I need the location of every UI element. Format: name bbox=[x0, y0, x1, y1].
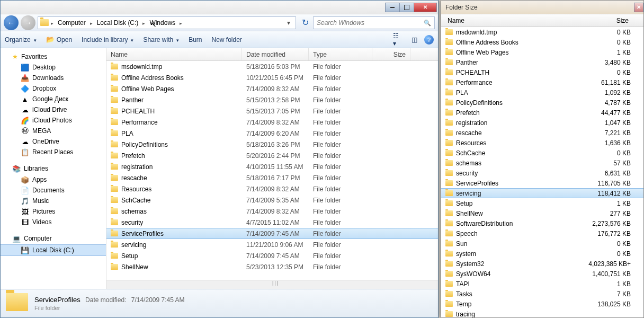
file-row[interactable]: Performance7/14/2009 8:32 AMFile folder bbox=[106, 117, 438, 128]
libraries-item[interactable]: 🎞Videos bbox=[1, 217, 106, 227]
folder-size-row[interactable]: Prefetch44,477 KB bbox=[441, 108, 643, 118]
file-row[interactable]: servicing11/21/2010 9:06 AMFile folder bbox=[106, 239, 438, 250]
file-row[interactable]: SchCache7/14/2009 5:35 AMFile folder bbox=[106, 195, 438, 206]
folder-size-row[interactable]: SoftwareDistribution2,273,576 KB bbox=[441, 218, 643, 228]
libraries-item[interactable]: 📦Apps bbox=[1, 174, 106, 185]
search-icon[interactable] bbox=[424, 19, 431, 26]
column-name[interactable]: Name bbox=[106, 48, 242, 60]
file-row[interactable]: PolicyDefinitions5/18/2016 3:26 PMFile f… bbox=[106, 139, 438, 150]
breadcrumb[interactable]: Computer Local Disk (C:) Windows ▾ bbox=[38, 16, 296, 29]
file-row[interactable]: Prefetch5/20/2016 2:44 PMFile folder bbox=[106, 150, 438, 161]
folder-size-row[interactable]: Speech176,772 KB bbox=[441, 228, 643, 238]
favorites-item[interactable]: ☁iCloud Drive bbox=[1, 104, 106, 115]
folder-size-row[interactable]: System324,023,385 KB+ bbox=[441, 259, 643, 269]
close-button[interactable] bbox=[634, 3, 643, 12]
file-row[interactable]: ServiceProfiles7/14/2009 7:45 AMFile fol… bbox=[106, 228, 438, 239]
titlebar[interactable] bbox=[1, 1, 438, 14]
file-row[interactable]: Offline Address Books10/21/2015 6:45 PMF… bbox=[106, 72, 438, 83]
folder-size-row[interactable]: Sun0 KB bbox=[441, 238, 643, 249]
navigation-pane[interactable]: Favorites 🟦Desktop📥Downloads🔷Dropbox▲Goo… bbox=[1, 48, 106, 289]
burn-button[interactable]: Burn bbox=[189, 36, 202, 43]
breadcrumb-dropdown[interactable]: ▾ bbox=[284, 19, 293, 26]
folder-size-row[interactable]: TAPI1 KB bbox=[441, 279, 643, 289]
folder-size-row[interactable]: servicing118,412 KB bbox=[441, 188, 643, 198]
favorites-item[interactable]: 🔷Dropbox bbox=[1, 83, 106, 94]
chevron-right-icon[interactable] bbox=[89, 19, 94, 26]
favorites-item[interactable]: ▲Google Диск bbox=[1, 94, 106, 104]
folder-size-row[interactable]: system0 KB bbox=[441, 249, 643, 259]
file-row[interactable]: Offline Web Pages7/14/2009 8:32 AMFile f… bbox=[106, 83, 438, 94]
libraries-item[interactable]: 🖼Pictures bbox=[1, 206, 106, 217]
horizontal-scrollbar[interactable] bbox=[106, 280, 438, 289]
computer-header[interactable]: Computer bbox=[1, 233, 106, 244]
favorites-item[interactable]: 🌈iCloud Photos bbox=[1, 115, 106, 126]
maximize-button[interactable] bbox=[399, 3, 414, 12]
file-row[interactable]: msdownld.tmp5/18/2016 5:03 PMFile folder bbox=[106, 61, 438, 72]
libraries-header[interactable]: Libraries bbox=[1, 163, 106, 174]
file-list[interactable]: msdownld.tmp5/18/2016 5:03 PMFile folder… bbox=[106, 61, 438, 280]
breadcrumb-computer[interactable]: Computer bbox=[56, 19, 88, 26]
libraries-item[interactable]: 🎵Music bbox=[1, 196, 106, 206]
folder-size-row[interactable]: rescache7,221 KB bbox=[441, 128, 643, 138]
favorites-item[interactable]: ☁OneDrive bbox=[1, 136, 106, 147]
include-library-menu[interactable]: Include in library bbox=[82, 36, 133, 43]
back-button[interactable] bbox=[4, 15, 19, 30]
file-row[interactable]: ShellNew5/23/2013 12:35 PMFile folder bbox=[106, 261, 438, 272]
folder-size-row[interactable]: SchCache0 KB bbox=[441, 148, 643, 158]
folder-size-row[interactable]: Offline Web Pages1 KB bbox=[441, 47, 643, 57]
favorites-item[interactable]: 📋Recent Places bbox=[1, 147, 106, 157]
share-menu[interactable]: Share with bbox=[143, 36, 179, 43]
column-name[interactable]: Name bbox=[443, 17, 578, 24]
file-row[interactable]: registration4/10/2015 11:55 AMFile folde… bbox=[106, 161, 438, 172]
folder-size-row[interactable]: SysWOW641,400,751 KB bbox=[441, 269, 643, 279]
folder-size-row[interactable]: security6,631 KB bbox=[441, 168, 643, 178]
file-row[interactable]: schemas7/14/2009 8:32 AMFile folder bbox=[106, 206, 438, 217]
file-row[interactable]: Panther5/15/2013 2:58 PMFile folder bbox=[106, 94, 438, 105]
file-row[interactable]: rescache5/18/2016 7:17 PMFile folder bbox=[106, 172, 438, 183]
folder-size-row[interactable]: schemas57 KB bbox=[441, 158, 643, 168]
column-size[interactable]: Size bbox=[578, 17, 641, 24]
folder-size-row[interactable]: msdownld.tmp0 KB bbox=[441, 27, 643, 37]
chevron-right-icon[interactable] bbox=[178, 19, 183, 26]
folder-size-row[interactable]: Tasks7 KB bbox=[441, 289, 643, 299]
folder-size-row[interactable]: Performance61,181 KB bbox=[441, 77, 643, 87]
favorites-item[interactable]: 📥Downloads bbox=[1, 73, 106, 83]
refresh-button[interactable] bbox=[299, 17, 311, 29]
file-row[interactable]: Resources7/14/2009 8:32 AMFile folder bbox=[106, 183, 438, 195]
folder-size-row[interactable]: ServiceProfiles116,705 KB bbox=[441, 178, 643, 188]
folder-size-row[interactable]: Temp138,025 KB bbox=[441, 299, 643, 309]
folder-size-list[interactable]: msdownld.tmp0 KBOffline Address Books0 K… bbox=[441, 27, 643, 317]
folder-size-row[interactable]: PLA1,092 KB bbox=[441, 87, 643, 98]
open-button[interactable]: 📂Open bbox=[46, 36, 72, 44]
breadcrumb-drive[interactable]: Local Disk (C:) bbox=[95, 19, 141, 26]
close-button[interactable] bbox=[414, 3, 437, 12]
file-row[interactable]: Setup7/14/2009 7:45 AMFile folder bbox=[106, 250, 438, 261]
view-options-button[interactable]: ☷ ▾ bbox=[392, 34, 404, 46]
column-size[interactable]: Size bbox=[372, 48, 410, 60]
folder-size-row[interactable]: Offline Address Books0 KB bbox=[441, 37, 643, 47]
folder-size-row[interactable]: registration1,047 KB bbox=[441, 118, 643, 128]
minimize-button[interactable] bbox=[385, 3, 400, 12]
search-box[interactable] bbox=[313, 16, 435, 29]
chevron-right-icon[interactable] bbox=[50, 19, 55, 26]
breadcrumb-folder[interactable]: Windows bbox=[147, 19, 177, 26]
new-folder-button[interactable]: New folder bbox=[212, 36, 242, 43]
folder-size-row[interactable]: tracing bbox=[441, 309, 643, 317]
forward-button[interactable] bbox=[21, 15, 35, 30]
folder-size-row[interactable]: PolicyDefinitions4,787 KB bbox=[441, 98, 643, 108]
column-type[interactable]: Type bbox=[309, 48, 372, 60]
favorites-item[interactable]: ⓂMEGA bbox=[1, 126, 106, 136]
chevron-right-icon[interactable] bbox=[141, 19, 146, 26]
folder-size-row[interactable]: ShellNew277 KB bbox=[441, 208, 643, 218]
preview-pane-button[interactable]: ◫ bbox=[408, 34, 420, 46]
file-row[interactable]: security4/7/2015 11:02 AMFile folder bbox=[106, 217, 438, 228]
libraries-item[interactable]: 📄Documents bbox=[1, 185, 106, 196]
folder-size-row[interactable]: Resources1,636 KB bbox=[441, 138, 643, 148]
file-row[interactable]: PLA7/14/2009 6:20 AMFile folder bbox=[106, 128, 438, 139]
file-row[interactable]: PCHEALTH5/15/2013 7:05 PMFile folder bbox=[106, 105, 438, 117]
favorites-header[interactable]: Favorites bbox=[1, 51, 106, 62]
computer-item[interactable]: 💾Local Disk (C:) bbox=[1, 244, 106, 256]
column-date[interactable]: Date modified bbox=[242, 48, 309, 60]
favorites-item[interactable]: 🟦Desktop bbox=[1, 62, 106, 73]
folder-size-row[interactable]: Panther3,480 KB bbox=[441, 57, 643, 67]
